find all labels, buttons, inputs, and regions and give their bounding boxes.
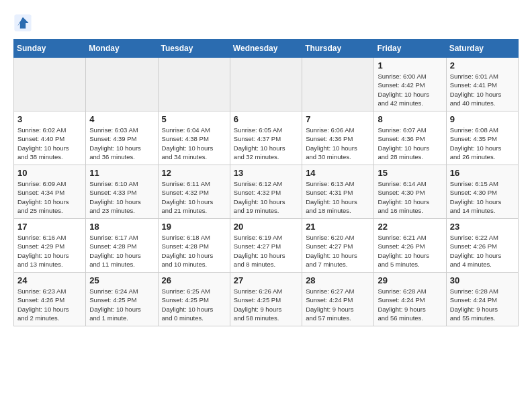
calendar-cell: 30Sunrise: 6:28 AM Sunset: 4:24 PM Dayli… [446, 273, 518, 326]
calendar-week-1: 1Sunrise: 6:00 AM Sunset: 4:42 PM Daylig… [14, 58, 519, 111]
weekday-header-saturday: Saturday [446, 40, 518, 58]
day-info: Sunrise: 6:05 AM Sunset: 4:37 PM Dayligh… [234, 126, 298, 161]
day-number: 17 [17, 222, 82, 232]
day-number: 27 [234, 275, 298, 285]
calendar-cell: 3Sunrise: 6:02 AM Sunset: 4:40 PM Daylig… [14, 111, 86, 165]
day-number: 21 [306, 222, 370, 232]
calendar-cell: 18Sunrise: 6:17 AM Sunset: 4:28 PM Dayli… [86, 219, 158, 273]
day-number: 14 [306, 168, 370, 178]
calendar-week-3: 10Sunrise: 6:09 AM Sunset: 4:34 PM Dayli… [14, 165, 519, 219]
calendar-cell: 25Sunrise: 6:24 AM Sunset: 4:25 PM Dayli… [86, 273, 158, 326]
calendar-week-2: 3Sunrise: 6:02 AM Sunset: 4:40 PM Daylig… [14, 111, 519, 165]
day-number: 12 [162, 168, 226, 178]
day-number: 15 [378, 168, 442, 178]
calendar-cell: 2Sunrise: 6:01 AM Sunset: 4:41 PM Daylig… [446, 58, 518, 111]
calendar-cell: 24Sunrise: 6:23 AM Sunset: 4:26 PM Dayli… [14, 273, 86, 326]
calendar-cell: 16Sunrise: 6:15 AM Sunset: 4:30 PM Dayli… [446, 165, 518, 219]
day-info: Sunrise: 6:19 AM Sunset: 4:27 PM Dayligh… [234, 233, 298, 269]
day-number: 11 [89, 168, 154, 178]
calendar-cell: 21Sunrise: 6:20 AM Sunset: 4:27 PM Dayli… [302, 219, 374, 273]
day-number: 2 [450, 60, 515, 71]
day-number: 10 [17, 168, 82, 178]
calendar-cell: 20Sunrise: 6:19 AM Sunset: 4:27 PM Dayli… [230, 219, 302, 273]
calendar-cell: 12Sunrise: 6:11 AM Sunset: 4:32 PM Dayli… [158, 165, 230, 219]
calendar-cell: 13Sunrise: 6:12 AM Sunset: 4:32 PM Dayli… [230, 165, 302, 219]
day-info: Sunrise: 6:16 AM Sunset: 4:29 PM Dayligh… [17, 233, 82, 269]
day-number: 4 [89, 114, 154, 124]
calendar-cell: 28Sunrise: 6:27 AM Sunset: 4:24 PM Dayli… [302, 273, 374, 326]
day-number: 8 [378, 114, 442, 124]
day-info: Sunrise: 6:13 AM Sunset: 4:31 PM Dayligh… [306, 179, 370, 215]
day-info: Sunrise: 6:08 AM Sunset: 4:35 PM Dayligh… [450, 126, 515, 161]
day-info: Sunrise: 6:26 AM Sunset: 4:25 PM Dayligh… [234, 287, 298, 322]
day-number: 25 [89, 275, 154, 285]
day-number: 16 [450, 168, 515, 178]
day-number: 18 [89, 222, 154, 232]
logo [13, 13, 35, 32]
day-number: 5 [162, 114, 226, 124]
day-number: 26 [162, 275, 226, 285]
day-info: Sunrise: 6:22 AM Sunset: 4:26 PM Dayligh… [450, 233, 515, 269]
weekday-header-monday: Monday [86, 40, 158, 58]
day-number: 9 [450, 114, 515, 124]
calendar-cell: 22Sunrise: 6:21 AM Sunset: 4:26 PM Dayli… [374, 219, 446, 273]
calendar-cell: 14Sunrise: 6:13 AM Sunset: 4:31 PM Dayli… [302, 165, 374, 219]
day-info: Sunrise: 6:00 AM Sunset: 4:42 PM Dayligh… [378, 72, 442, 107]
day-number: 19 [162, 222, 226, 232]
calendar-week-4: 17Sunrise: 6:16 AM Sunset: 4:29 PM Dayli… [14, 219, 519, 273]
day-number: 3 [17, 114, 82, 124]
day-number: 23 [450, 222, 515, 232]
calendar-cell [230, 58, 302, 111]
calendar-cell: 11Sunrise: 6:10 AM Sunset: 4:33 PM Dayli… [86, 165, 158, 219]
day-number: 22 [378, 222, 442, 232]
calendar-cell: 9Sunrise: 6:08 AM Sunset: 4:35 PM Daylig… [446, 111, 518, 165]
day-number: 6 [234, 114, 298, 124]
day-info: Sunrise: 6:25 AM Sunset: 4:25 PM Dayligh… [162, 287, 226, 322]
day-info: Sunrise: 6:11 AM Sunset: 4:32 PM Dayligh… [162, 179, 226, 215]
day-number: 24 [17, 275, 82, 285]
calendar-cell: 29Sunrise: 6:28 AM Sunset: 4:24 PM Dayli… [374, 273, 446, 326]
logo-icon [13, 13, 32, 32]
calendar-cell: 19Sunrise: 6:18 AM Sunset: 4:28 PM Dayli… [158, 219, 230, 273]
calendar-cell [86, 58, 158, 111]
calendar-cell: 4Sunrise: 6:03 AM Sunset: 4:39 PM Daylig… [86, 111, 158, 165]
calendar-cell: 1Sunrise: 6:00 AM Sunset: 4:42 PM Daylig… [374, 58, 446, 111]
calendar-cell [14, 58, 86, 111]
day-info: Sunrise: 6:18 AM Sunset: 4:28 PM Dayligh… [162, 233, 226, 269]
day-info: Sunrise: 6:17 AM Sunset: 4:28 PM Dayligh… [89, 233, 154, 269]
day-info: Sunrise: 6:07 AM Sunset: 4:36 PM Dayligh… [378, 126, 442, 161]
weekday-header-friday: Friday [374, 40, 446, 58]
day-info: Sunrise: 6:28 AM Sunset: 4:24 PM Dayligh… [450, 287, 515, 322]
day-info: Sunrise: 6:10 AM Sunset: 4:33 PM Dayligh… [89, 179, 154, 215]
day-number: 20 [234, 222, 298, 232]
calendar-cell [302, 58, 374, 111]
weekday-header-wednesday: Wednesday [230, 40, 302, 58]
calendar-cell: 17Sunrise: 6:16 AM Sunset: 4:29 PM Dayli… [14, 219, 86, 273]
page-header [13, 13, 519, 32]
calendar-cell: 15Sunrise: 6:14 AM Sunset: 4:30 PM Dayli… [374, 165, 446, 219]
calendar-week-5: 24Sunrise: 6:23 AM Sunset: 4:26 PM Dayli… [14, 273, 519, 326]
day-number: 28 [306, 275, 370, 285]
day-info: Sunrise: 6:03 AM Sunset: 4:39 PM Dayligh… [89, 126, 154, 161]
day-info: Sunrise: 6:04 AM Sunset: 4:38 PM Dayligh… [162, 126, 226, 161]
day-info: Sunrise: 6:14 AM Sunset: 4:30 PM Dayligh… [378, 179, 442, 215]
day-info: Sunrise: 6:21 AM Sunset: 4:26 PM Dayligh… [378, 233, 442, 269]
day-info: Sunrise: 6:24 AM Sunset: 4:25 PM Dayligh… [89, 287, 154, 322]
day-info: Sunrise: 6:09 AM Sunset: 4:34 PM Dayligh… [17, 179, 82, 215]
day-info: Sunrise: 6:27 AM Sunset: 4:24 PM Dayligh… [306, 287, 370, 322]
calendar-cell: 5Sunrise: 6:04 AM Sunset: 4:38 PM Daylig… [158, 111, 230, 165]
day-number: 7 [306, 114, 370, 124]
calendar-cell: 23Sunrise: 6:22 AM Sunset: 4:26 PM Dayli… [446, 219, 518, 273]
calendar-table: SundayMondayTuesdayWednesdayThursdayFrid… [13, 39, 519, 326]
day-info: Sunrise: 6:15 AM Sunset: 4:30 PM Dayligh… [450, 179, 515, 215]
day-info: Sunrise: 6:12 AM Sunset: 4:32 PM Dayligh… [234, 179, 298, 215]
day-info: Sunrise: 6:02 AM Sunset: 4:40 PM Dayligh… [17, 126, 82, 161]
day-info: Sunrise: 6:06 AM Sunset: 4:36 PM Dayligh… [306, 126, 370, 161]
calendar-cell: 6Sunrise: 6:05 AM Sunset: 4:37 PM Daylig… [230, 111, 302, 165]
calendar-cell: 8Sunrise: 6:07 AM Sunset: 4:36 PM Daylig… [374, 111, 446, 165]
weekday-header-tuesday: Tuesday [158, 40, 230, 58]
day-info: Sunrise: 6:28 AM Sunset: 4:24 PM Dayligh… [378, 287, 442, 322]
weekday-header-sunday: Sunday [14, 40, 86, 58]
day-number: 1 [378, 60, 442, 71]
day-number: 30 [450, 275, 515, 285]
